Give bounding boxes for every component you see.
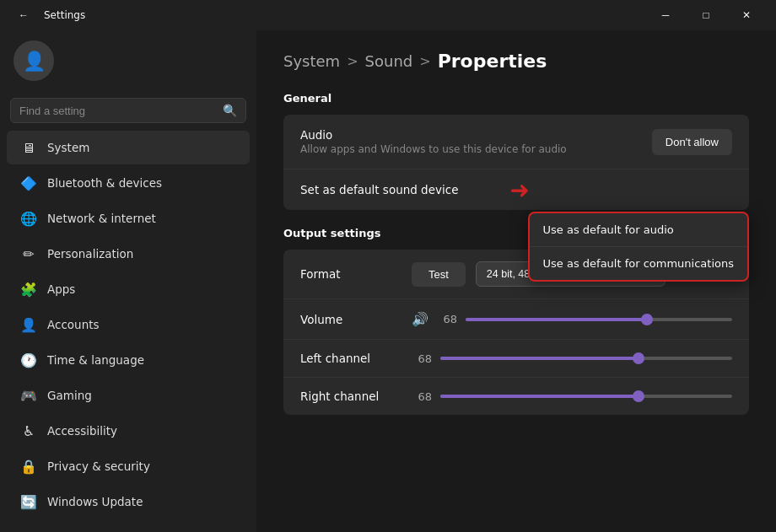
volume-slider-fill	[466, 318, 647, 321]
audio-info: Audio Allow apps and Windows to use this…	[300, 128, 567, 155]
volume-value: 68	[437, 313, 457, 325]
titlebar: ← Settings ─ □ ✕	[0, 0, 776, 30]
volume-control: 🔊 68	[412, 311, 732, 327]
sidebar-item-label: Time & language	[47, 353, 144, 367]
sidebar-item-personalization[interactable]: ✏️ Personalization	[7, 237, 250, 271]
default-device-row: Set as default sound device ➜ Use as def…	[283, 169, 749, 210]
sidebar-item-network[interactable]: 🌐 Network & internet	[7, 202, 250, 235]
left-channel-row: Left channel 68	[283, 340, 749, 378]
system-icon: 🖥	[20, 139, 37, 156]
left-channel-slider-thumb[interactable]	[633, 352, 644, 364]
audio-row: Audio Allow apps and Windows to use this…	[283, 115, 749, 169]
close-button[interactable]: ✕	[727, 2, 766, 29]
time-icon: 🕐	[20, 352, 37, 368]
titlebar-left: ← Settings	[10, 2, 85, 29]
sidebar-item-privacy[interactable]: 🔒 Privacy & security	[7, 449, 250, 483]
bluetooth-icon: 🔷	[20, 175, 37, 191]
sidebar-item-label: Apps	[47, 282, 75, 296]
default-dropdown: Use as default for audio Use as default …	[528, 212, 749, 282]
breadcrumb-sep1: >	[347, 53, 358, 69]
sidebar-item-time[interactable]: 🕐 Time & language	[7, 343, 250, 377]
volume-slider-thumb[interactable]	[641, 314, 653, 325]
audio-description: Allow apps and Windows to use this devic…	[300, 143, 567, 155]
left-channel-value: 68	[412, 352, 432, 365]
general-section-title: General	[283, 92, 749, 105]
accounts-icon: 👤	[20, 316, 37, 333]
sidebar: 👤 🔍 🖥 System 🔷 Bluetooth & devices 🌐 Net…	[0, 30, 256, 532]
sidebar-item-system[interactable]: 🖥 System	[7, 131, 250, 164]
privacy-icon: 🔒	[20, 458, 37, 475]
search-input[interactable]	[19, 105, 216, 117]
back-button[interactable]: ←	[10, 2, 37, 29]
format-label: Format	[300, 267, 401, 281]
right-channel-value: 68	[412, 390, 432, 403]
breadcrumb: System > Sound > Properties	[283, 51, 749, 72]
default-audio-option[interactable]: Use as default for audio	[530, 213, 747, 247]
right-channel-slider-track	[440, 395, 732, 398]
sidebar-item-label: Bluetooth & devices	[47, 176, 162, 190]
user-profile[interactable]: 👤	[0, 30, 256, 91]
volume-row: Volume 🔊 68	[283, 299, 749, 340]
general-card: Audio Allow apps and Windows to use this…	[283, 115, 749, 210]
update-icon: 🔄	[20, 493, 37, 510]
left-channel-label: Left channel	[300, 352, 401, 365]
avatar: 👤	[13, 40, 54, 81]
sidebar-item-accessibility[interactable]: ♿ Accessibility	[7, 414, 250, 448]
breadcrumb-current: Properties	[438, 51, 547, 72]
sidebar-item-accounts[interactable]: 👤 Accounts	[7, 308, 250, 341]
right-channel-slider-fill	[440, 395, 639, 398]
right-channel-control: 68	[412, 390, 732, 403]
left-channel-slider-fill	[440, 357, 639, 360]
sidebar-item-label: Windows Update	[47, 495, 143, 508]
sidebar-item-label: Privacy & security	[47, 459, 150, 473]
search-box[interactable]: 🔍	[10, 98, 246, 123]
default-communications-option[interactable]: Use as default for communications	[530, 247, 747, 280]
sidebar-item-label: Gaming	[47, 389, 92, 402]
breadcrumb-system: System	[283, 52, 340, 70]
default-info: Set as default sound device	[300, 183, 458, 196]
window-controls: ─ □ ✕	[646, 2, 766, 29]
right-channel-slider-thumb[interactable]	[633, 390, 644, 402]
volume-icon: 🔊	[412, 311, 428, 327]
sidebar-item-label: System	[47, 141, 89, 154]
audio-title: Audio	[300, 128, 567, 142]
sidebar-item-label: Personalization	[47, 247, 133, 261]
volume-label: Volume	[300, 313, 401, 326]
sidebar-item-bluetooth[interactable]: 🔷 Bluetooth & devices	[7, 166, 250, 200]
volume-slider-track	[466, 318, 732, 321]
breadcrumb-sound: Sound	[365, 52, 413, 70]
default-label: Set as default sound device	[300, 183, 458, 196]
minimize-button[interactable]: ─	[646, 2, 685, 29]
personalization-icon: ✏️	[20, 245, 37, 262]
arrow-icon: ➜	[510, 176, 530, 204]
content-area: System > Sound > Properties General Audi…	[256, 30, 776, 532]
right-channel-label: Right channel	[300, 390, 401, 403]
search-icon: 🔍	[223, 104, 237, 117]
sidebar-item-label: Accounts	[47, 318, 100, 331]
right-channel-row: Right channel 68	[283, 378, 749, 415]
sidebar-item-apps[interactable]: 🧩 Apps	[7, 272, 250, 306]
breadcrumb-sep2: >	[419, 53, 430, 69]
gaming-icon: 🎮	[20, 387, 37, 404]
left-channel-slider-track	[440, 357, 732, 360]
left-channel-control: 68	[412, 352, 732, 365]
test-button[interactable]: Test	[412, 262, 466, 287]
sidebar-item-label: Network & internet	[47, 212, 156, 225]
sidebar-item-gaming[interactable]: 🎮 Gaming	[7, 379, 250, 412]
app-title: Settings	[44, 9, 85, 21]
network-icon: 🌐	[20, 210, 37, 227]
main-layout: 👤 🔍 🖥 System 🔷 Bluetooth & devices 🌐 Net…	[0, 30, 776, 532]
apps-icon: 🧩	[20, 281, 37, 298]
dont-allow-button[interactable]: Don't allow	[652, 129, 732, 155]
accessibility-icon: ♿	[20, 422, 37, 439]
maximize-button[interactable]: □	[687, 2, 725, 29]
sidebar-item-label: Accessibility	[47, 424, 117, 438]
sidebar-item-update[interactable]: 🔄 Windows Update	[7, 485, 250, 519]
